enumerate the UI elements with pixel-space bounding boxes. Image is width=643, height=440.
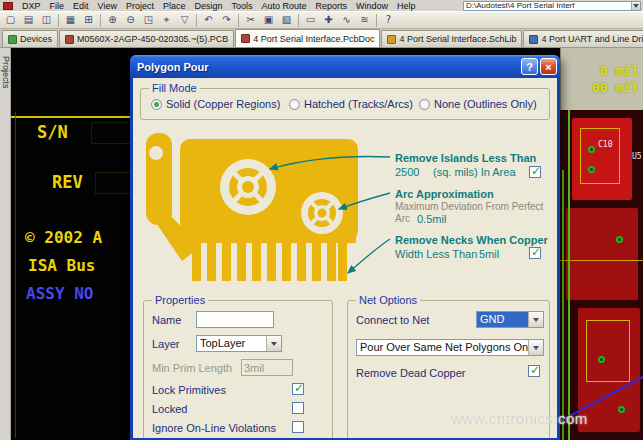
chevron-down-icon[interactable]	[528, 312, 543, 327]
close-button[interactable]: ×	[540, 58, 557, 75]
menu-item-view[interactable]: View	[98, 1, 117, 11]
menu-item-reports[interactable]: Reports	[316, 1, 348, 11]
dxp-logo-icon[interactable]	[3, 2, 13, 10]
fill-mode-group: Fill Mode Solid (Copper Regions) Hatched…	[140, 88, 550, 120]
document-path-combo[interactable]: D:\Audotest\4 Port Serial Interf	[463, 1, 641, 11]
radio-button-icon[interactable]	[419, 99, 430, 110]
remove-necks-checkbox[interactable]	[529, 247, 541, 259]
select-area-icon[interactable]: ▭	[302, 12, 319, 28]
radio-button-icon[interactable]	[289, 99, 300, 110]
new-document-icon[interactable]: ▢	[2, 12, 19, 28]
wire-icon[interactable]: ∿	[338, 12, 355, 28]
document-path-value: D:\Audotest\4 Port Serial Interf	[464, 1, 631, 10]
silkscreen-copyright-text: © 2002 A	[25, 228, 102, 247]
open-icon[interactable]: ▤	[20, 12, 37, 28]
menu-item-auto-route[interactable]: Auto Route	[261, 1, 306, 11]
arc-value[interactable]: 0.5mil	[417, 213, 446, 225]
menu-item-design[interactable]: Design	[194, 1, 222, 11]
remove-islands-checkbox[interactable]	[529, 166, 541, 178]
tab-m0560x-pcb[interactable]: M0560X-2AGP-450-020305.~(5).PCB	[59, 30, 234, 47]
silkscreen-sn-text: S/N	[37, 122, 68, 142]
chevron-down-icon[interactable]	[266, 336, 281, 351]
toolbar-separator	[298, 14, 299, 27]
name-input[interactable]	[196, 311, 274, 328]
radio-solid[interactable]: Solid (Copper Regions)	[151, 98, 280, 110]
arc-approximation-subtext: Maximum Deviation From Perfect	[395, 201, 543, 212]
zoom-in-icon[interactable]: ⊕	[104, 12, 121, 28]
remove-necks-value[interactable]: 5mil	[479, 248, 499, 260]
layer-combo[interactable]: TopLayer	[196, 335, 282, 352]
through-hole-pad	[618, 406, 625, 413]
tab-devices[interactable]: Devices	[2, 30, 58, 47]
devices-icon	[8, 35, 17, 44]
combo-dropdown-icon[interactable]	[631, 2, 640, 10]
menu-item-help[interactable]: Help	[397, 1, 416, 11]
coord-line-2: 00 mil	[592, 80, 639, 95]
coordinate-readout: 0 mil 00 mil	[560, 48, 643, 110]
chevron-down-icon[interactable]	[528, 340, 543, 355]
tab-serial-interface-pcbdoc[interactable]: 4 Port Serial Interface.PcbDoc	[235, 29, 380, 47]
copy-icon[interactable]: ▣	[260, 12, 277, 28]
print-icon[interactable]: ▦	[62, 12, 79, 28]
help-button[interactable]: ?	[521, 58, 538, 75]
move-icon[interactable]: ✚	[320, 12, 337, 28]
layer-value: TopLayer	[197, 336, 266, 351]
route-icon[interactable]: ≋	[356, 12, 373, 28]
radio-none[interactable]: None (Outlines Only)	[419, 98, 537, 110]
menu-item-dxp[interactable]: DXP	[22, 1, 41, 11]
toolbar-separator	[376, 14, 377, 27]
zoom-fit-icon[interactable]: ◳	[140, 12, 157, 28]
projects-panel-strip[interactable]: Projects	[0, 48, 11, 440]
redo-icon[interactable]: ↷	[218, 12, 235, 28]
menu-item-tools[interactable]: Tools	[231, 1, 252, 11]
zoom-out-icon[interactable]: ⊖	[122, 12, 139, 28]
projects-tab-label[interactable]: Projects	[1, 56, 11, 89]
locked-checkbox[interactable]	[292, 402, 304, 414]
cut-icon[interactable]: ✂	[242, 12, 259, 28]
tab-serial-interface-schlib[interactable]: 4 Port Serial Interface.SchLib	[381, 30, 522, 47]
remove-necks-title: Remove Necks When Copper	[395, 234, 548, 246]
radio-none-label: None (Outlines Only)	[434, 98, 537, 110]
dialog-title-bar[interactable]: Polygon Pour ? ×	[130, 55, 560, 78]
menu-bar: DXP File Edit View Project Place Design …	[0, 0, 643, 11]
cross-probe-icon[interactable]: ⌖	[158, 12, 175, 28]
undo-icon[interactable]: ↶	[200, 12, 217, 28]
ignore-violations-label: Ignore On-Line Violations	[152, 422, 276, 434]
pcb-routed-view[interactable]: C10 U5	[560, 110, 643, 440]
dialog-body: Fill Mode Solid (Copper Regions) Hatched…	[133, 78, 557, 438]
menu-item-project[interactable]: Project	[126, 1, 154, 11]
pour-over-combo[interactable]: Pour Over Same Net Polygons Only	[356, 339, 544, 356]
remove-dead-copper-checkbox[interactable]	[528, 365, 540, 377]
radio-hatched-label: Hatched (Tracks/Arcs)	[304, 98, 413, 110]
filter-icon[interactable]: ▽	[176, 12, 193, 28]
component-outline	[586, 320, 630, 382]
tab-uart-line-drivers[interactable]: 4 Port UART and Line Drivers.	[523, 30, 643, 47]
locked-label: Locked	[152, 403, 187, 415]
ignore-violations-checkbox[interactable]	[292, 421, 304, 433]
save-icon[interactable]: ◫	[38, 12, 55, 28]
connect-to-net-combo[interactable]: GND	[476, 311, 544, 328]
dialog-title: Polygon Pour	[137, 61, 519, 73]
pcb-document-icon	[241, 34, 250, 43]
through-hole-pad	[588, 166, 595, 173]
tab-label: 4 Port Serial Interface.PcbDoc	[253, 34, 374, 44]
menu-item-window[interactable]: Window	[356, 1, 388, 11]
trace-line	[560, 260, 643, 261]
lock-primitives-checkbox[interactable]	[292, 383, 304, 395]
menu-item-place[interactable]: Place	[163, 1, 186, 11]
arc-approximation-title: Arc Approximation	[395, 188, 494, 200]
print-preview-icon[interactable]: ⊞	[80, 12, 97, 28]
radio-hatched[interactable]: Hatched (Tracks/Arcs)	[289, 98, 413, 110]
radio-button-icon[interactable]	[151, 99, 162, 110]
help-icon[interactable]: ?	[380, 12, 397, 28]
remove-islands-title: Remove Islands Less Than	[395, 152, 536, 164]
paste-icon[interactable]: ▧	[278, 12, 295, 28]
menu-item-edit[interactable]: Edit	[73, 1, 89, 11]
menu-item-file[interactable]: File	[50, 1, 65, 11]
designator-c10: C10	[598, 140, 612, 149]
remove-islands-suffix: (sq. mils) In Area	[433, 166, 516, 178]
remove-islands-value[interactable]: 2500	[395, 166, 419, 178]
radio-solid-label: Solid (Copper Regions)	[166, 98, 280, 110]
toolbar-separator	[196, 14, 197, 27]
fill-mode-legend: Fill Mode	[149, 82, 200, 94]
